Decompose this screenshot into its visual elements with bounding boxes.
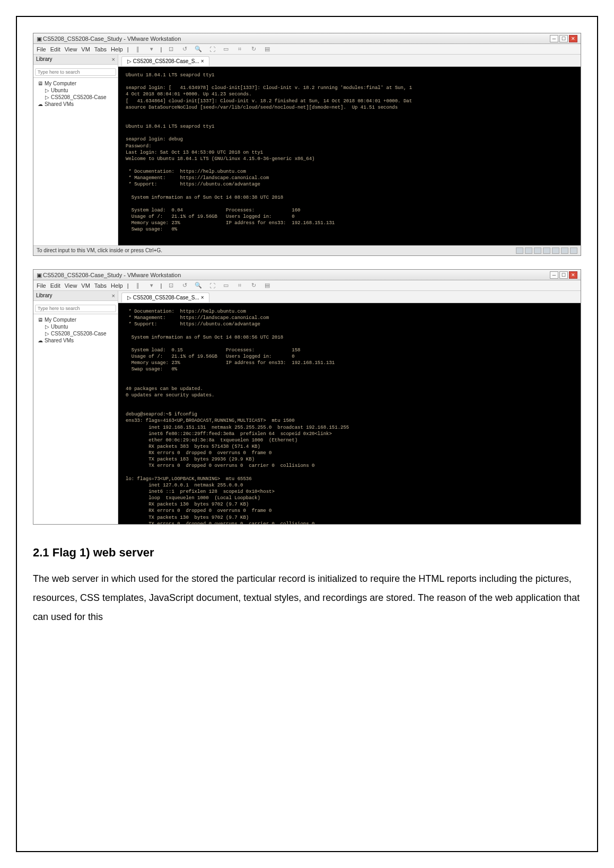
vmware-window-2: ▣ CS5208_CS5208-Case_Study - VMware Work…	[33, 269, 581, 525]
titlebar[interactable]: ▣ CS5208_CS5208-Case_Study - VMware Work…	[33, 33, 581, 44]
minimize-button[interactable]: ─	[550, 35, 558, 42]
toolbar-dropdown-icon[interactable]: ▾	[147, 281, 156, 290]
tree-label: CS5208_CS5208-Case	[51, 331, 107, 336]
status-display-icon[interactable]	[570, 247, 577, 254]
tab-close-icon[interactable]: ×	[201, 295, 204, 300]
manage-icon[interactable]: 🔍	[194, 281, 203, 290]
menu-help[interactable]: Help	[111, 282, 123, 289]
library-close-icon[interactable]: ×	[112, 293, 115, 299]
menu-vm[interactable]: VM	[81, 46, 90, 52]
menu-view[interactable]: View	[65, 282, 77, 289]
tree-label: Ubuntu	[51, 324, 68, 330]
unity-icon[interactable]: ▭	[221, 281, 231, 290]
guest-terminal[interactable]: * Documentation: https://help.ubuntu.com…	[118, 303, 581, 524]
vm-icon: ▷	[45, 331, 49, 336]
menu-edit[interactable]: Edit	[50, 46, 60, 52]
library-sidebar: Library × 🖥 My Computer ▷ Ubuntu	[33, 291, 118, 524]
tree-case-study[interactable]: ▷ CS5208_CS5208-Case	[36, 330, 116, 337]
vm-icon: ▷	[45, 324, 49, 330]
app-icon: ▣	[37, 272, 43, 278]
menu-file[interactable]: File	[37, 282, 46, 289]
library-label: Library	[36, 293, 52, 299]
vm-tree: 🖥 My Computer ▷ Ubuntu ▷ CS5208_CS5208-C…	[33, 314, 118, 346]
snapshot-icon[interactable]: ⊡	[166, 45, 176, 54]
library-close-icon[interactable]: ×	[112, 56, 115, 63]
thumbnail-icon[interactable]: ▤	[262, 281, 272, 290]
tab-vm-icon: ▷	[127, 58, 131, 64]
cycle-icon[interactable]: ↻	[249, 281, 258, 290]
fit-icon[interactable]: ⛶	[207, 45, 217, 54]
power-on-icon[interactable]: ‖	[133, 281, 143, 290]
cycle-icon[interactable]: ↻	[249, 45, 258, 54]
vmware-window-1: ▣ CS5208_CS5208-Case_Study - VMware Work…	[33, 33, 581, 256]
fit-icon[interactable]: ⛶	[207, 281, 217, 290]
close-button[interactable]: ✕	[569, 271, 577, 279]
shared-icon: ☁	[38, 338, 43, 343]
tree-shared-vms[interactable]: ☁ Shared VMs	[36, 101, 116, 108]
tab-bar: ▷ CS5208_CS5208-Case_S... ×	[118, 55, 581, 67]
status-usb-icon[interactable]	[543, 247, 550, 254]
tab-label: CS5208_CS5208-Case_S...	[133, 58, 199, 64]
library-search-input[interactable]	[35, 305, 116, 312]
status-hdd-icon[interactable]	[516, 247, 523, 254]
tab-label: CS5208_CS5208-Case_S...	[133, 295, 199, 300]
tree-label: My Computer	[45, 81, 76, 86]
window-title: CS5208_CS5208-Case_Study - VMware Workst…	[43, 272, 549, 278]
menu-help[interactable]: Help	[111, 46, 123, 52]
tab-close-icon[interactable]: ×	[201, 58, 204, 64]
tree-label: My Computer	[45, 317, 76, 323]
titlebar[interactable]: ▣ CS5208_CS5208-Case_Study - VMware Work…	[33, 270, 581, 280]
tree-my-computer[interactable]: 🖥 My Computer	[36, 316, 116, 323]
library-sidebar: Library × 🖥 My Computer ▷ Ubuntu	[33, 55, 118, 245]
menu-bar: File Edit View VM Tabs Help | ‖ ▾ | ⊡ ↺ …	[33, 280, 581, 291]
toolbar-separator: |	[161, 282, 162, 289]
tree-ubuntu[interactable]: ▷ Ubuntu	[36, 323, 116, 330]
manage-icon[interactable]: 🔍	[194, 45, 203, 54]
status-cd-icon[interactable]	[525, 247, 532, 254]
toolbar-separator: |	[127, 282, 129, 289]
snapshot-icon[interactable]: ⊡	[166, 281, 176, 290]
shared-icon: ☁	[38, 101, 43, 107]
tree-ubuntu[interactable]: ▷ Ubuntu	[36, 87, 116, 94]
unity-icon[interactable]: ▭	[221, 45, 231, 54]
tab-vm[interactable]: ▷ CS5208_CS5208-Case_S... ×	[121, 293, 209, 303]
menu-vm[interactable]: VM	[81, 282, 90, 289]
status-sound-icon[interactable]	[552, 247, 559, 254]
revert-icon[interactable]: ↺	[180, 45, 189, 54]
tree-case-study[interactable]: ▷ CS5208_CS5208-Case	[36, 94, 116, 101]
status-net-icon[interactable]	[534, 247, 541, 254]
power-on-icon[interactable]: ‖	[133, 45, 143, 54]
guest-terminal[interactable]: Ubuntu 18.04.1 LTS seaprod tty1 seaprod …	[118, 67, 581, 245]
menu-file[interactable]: File	[37, 46, 46, 52]
menu-tabs[interactable]: Tabs	[94, 46, 107, 52]
close-button[interactable]: ✕	[569, 35, 577, 42]
tree-shared-vms[interactable]: ☁ Shared VMs	[36, 337, 116, 344]
vm-icon: ▷	[45, 87, 49, 93]
toolbar-separator: |	[161, 46, 162, 52]
minimize-button[interactable]: ─	[550, 271, 558, 279]
page-frame: ▣ CS5208_CS5208-Case_Study - VMware Work…	[16, 16, 598, 852]
app-icon: ▣	[37, 36, 43, 42]
window-title: CS5208_CS5208-Case_Study - VMware Workst…	[43, 36, 549, 42]
maximize-button[interactable]: ☐	[559, 271, 568, 279]
library-search-input[interactable]	[35, 68, 116, 76]
tab-bar: ▷ CS5208_CS5208-Case_S... ×	[118, 291, 581, 303]
menu-edit[interactable]: Edit	[50, 282, 60, 289]
fullscreen-icon[interactable]: ⌗	[235, 281, 244, 290]
fullscreen-icon[interactable]: ⌗	[235, 45, 244, 54]
tab-vm-icon: ▷	[127, 295, 131, 300]
menu-bar: File Edit View VM Tabs Help | ‖ ▾ | ⊡ ↺ …	[33, 44, 581, 55]
tree-label: Shared VMs	[45, 101, 74, 107]
tab-vm[interactable]: ▷ CS5208_CS5208-Case_S... ×	[121, 56, 209, 66]
thumbnail-icon[interactable]: ▤	[262, 45, 272, 54]
revert-icon[interactable]: ↺	[180, 281, 189, 290]
tree-label: Ubuntu	[51, 87, 68, 93]
menu-tabs[interactable]: Tabs	[94, 282, 107, 289]
toolbar-dropdown-icon[interactable]: ▾	[147, 45, 156, 54]
toolbar-separator: |	[127, 46, 129, 52]
status-printer-icon[interactable]	[561, 247, 568, 254]
menu-view[interactable]: View	[65, 46, 77, 52]
status-hint: To direct input to this VM, click inside…	[37, 247, 516, 254]
maximize-button[interactable]: ☐	[559, 35, 568, 42]
tree-my-computer[interactable]: 🖥 My Computer	[36, 80, 116, 87]
